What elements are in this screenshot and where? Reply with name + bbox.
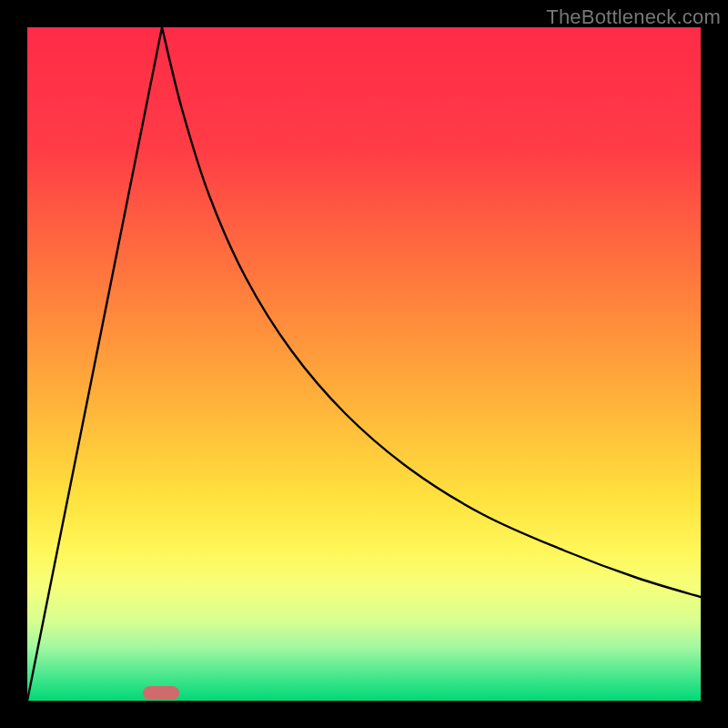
watermark-text: TheBottleneck.com: [546, 5, 721, 29]
chart-frame: TheBottleneck.com: [0, 0, 728, 728]
bottleneck-curve: [27, 27, 701, 701]
min-marker: [143, 686, 179, 700]
plot-area: [27, 27, 701, 701]
